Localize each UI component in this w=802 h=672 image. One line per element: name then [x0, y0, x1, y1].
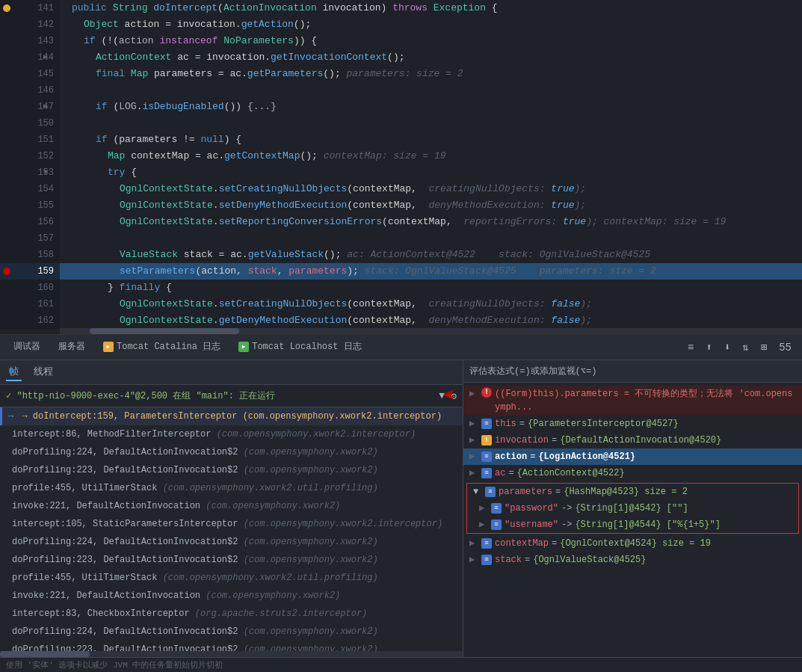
frames-scrollbar-thumb[interactable] — [0, 651, 90, 657]
code-line-145: 145 final Map parameters = ac.getParamet… — [0, 66, 802, 82]
var-name-invocation: invocation — [495, 434, 549, 447]
list-item[interactable]: profile:455, UtilTimerStack (com.opensym… — [0, 479, 463, 497]
editor-area: 141 public String doIntercept(ActionInvo… — [0, 0, 802, 335]
tab-server[interactable]: 服务器 — [51, 337, 93, 357]
expand-password[interactable]: ▶ — [479, 502, 490, 515]
list-item[interactable]: intercept:86, MethodFilterInterceptor (c… — [0, 425, 463, 443]
var-value-ac: {ActionContext@4522} — [517, 466, 625, 480]
editor-scrollbar-thumb[interactable] — [90, 328, 239, 334]
code-line-157: 157 — [0, 230, 802, 247]
var-icon-parameters: ≡ — [485, 487, 496, 497]
icon-down[interactable]: ⬇ — [720, 339, 735, 355]
var-icon-password: ≡ — [491, 503, 502, 514]
expand-this[interactable]: ▶ — [469, 417, 480, 431]
var-icon-ac: ≡ — [481, 468, 492, 478]
list-item[interactable]: doProfiling:224, DefaultActionInvocation… — [0, 443, 463, 461]
tab-debugger[interactable]: 调试器 — [6, 337, 48, 357]
var-password[interactable]: ▶ ≡ "password" -> {String[1]@4542} [""] — [467, 500, 798, 517]
tab-frames[interactable]: 帧 — [6, 363, 22, 381]
list-item[interactable]: profile:455, UtilTimerStack (com.opensym… — [0, 569, 463, 587]
expand-stack[interactable]: ▶ — [469, 553, 480, 567]
var-name-password: "password" — [505, 502, 558, 515]
fold-arrow-144[interactable]: ▶ — [43, 49, 48, 66]
list-item[interactable]: doProfiling:223, DefaultActionInvocation… — [0, 461, 463, 479]
var-icon-this: ≡ — [481, 419, 492, 429]
debug-toolbar-icons: ≡ ⬆ ⬇ ⇅ ⊞ 55 — [683, 339, 796, 355]
list-item[interactable]: intercept:105, StaticParametersIntercept… — [0, 515, 463, 533]
line-gutter-151: 151 — [0, 132, 60, 148]
tab-tomcat-catalina[interactable]: ▶ Tomcat Catalina 日志 — [96, 337, 228, 357]
line-gutter-146: 146 — [0, 82, 60, 99]
line-gutter-156: 156 — [0, 214, 60, 230]
code-line-146: 146 — [0, 82, 802, 99]
var-ac[interactable]: ▶ ≡ ac = {ActionContext@4522} — [463, 465, 802, 481]
error-item[interactable]: ▶ ! ((Form)this).parameters = 不可转换的类型；无法… — [463, 386, 802, 416]
icon-num[interactable]: 55 — [774, 340, 796, 355]
line-content-142: Object action = invocation.getAction(); — [60, 16, 802, 33]
tab-tomcat-catalina-label: Tomcat Catalina 日志 — [117, 340, 220, 353]
var-contextmap[interactable]: ▶ ≡ contextMap = {OgnlContext@4524} size… — [463, 535, 802, 552]
expand-invocation[interactable]: ▶ — [469, 434, 480, 447]
tab-tomcat-localhost[interactable]: ▶ Tomcat Localhost 日志 — [231, 337, 368, 357]
editor-scrollbar[interactable] — [60, 328, 802, 334]
breakpoint-141[interactable] — [3, 4, 10, 12]
expand-action[interactable]: ▶ — [469, 450, 480, 463]
var-icon-action: ≡ — [481, 451, 492, 462]
icon-grid[interactable]: ⊞ — [756, 339, 771, 355]
expand-parameters[interactable]: ▼ — [473, 485, 484, 499]
var-action[interactable]: ▶ ≡ action = {LoginAction@4521} — [463, 448, 802, 465]
active-frame[interactable]: → → doIntercept:159, ParametersIntercept… — [0, 407, 463, 425]
list-item[interactable]: doProfiling:223, DefaultActionInvocation… — [0, 641, 463, 651]
var-name-parameters: parameters — [499, 485, 552, 499]
var-name-action: action — [495, 450, 527, 463]
line-gutter-155: 155 — [0, 197, 60, 214]
list-item[interactable]: doProfiling:224, DefaultActionInvocation… — [0, 533, 463, 551]
list-item[interactable]: doProfiling:224, DefaultActionInvocation… — [0, 623, 463, 641]
line-content-146 — [60, 82, 802, 99]
expand-contextmap[interactable]: ▶ — [469, 537, 480, 550]
code-line-143: 143 if (!(action instanceof NoParameters… — [0, 33, 802, 49]
line-gutter-147: 147 ▶ — [0, 99, 60, 115]
var-value-contextmap: {OgnlContext@4524} size = 19 — [560, 537, 711, 550]
fold-arrow-153[interactable]: ▼ — [43, 164, 48, 181]
fold-arrow-147[interactable]: ▶ — [43, 99, 48, 115]
error-expand[interactable]: ▶ — [469, 387, 480, 401]
var-username[interactable]: ▶ ≡ "username" -> {String[1]@4544} ["%{1… — [467, 517, 798, 533]
var-this[interactable]: ▶ ≡ this = {ParametersInterceptor@4527} — [463, 416, 802, 432]
breakpoint-159[interactable] — [3, 268, 10, 275]
error-message: ((Form)this).parameters = 不可转换的类型；无法将 'c… — [495, 387, 796, 414]
line-gutter-154: 154 — [0, 181, 60, 197]
tab-tomcat-localhost-label: Tomcat Localhost 日志 — [252, 340, 361, 353]
debug-tab-bar: 调试器 服务器 ▶ Tomcat Catalina 日志 ▶ Tomcat Lo… — [0, 335, 802, 360]
expand-ac[interactable]: ▶ — [469, 466, 480, 480]
var-stack[interactable]: ▶ ≡ stack = {OgnlValueStack@4525} — [463, 552, 802, 568]
line-content-160: } finally { — [60, 280, 802, 296]
debug-panel: 调试器 服务器 ▶ Tomcat Catalina 日志 ▶ Tomcat Lo… — [0, 335, 802, 672]
tomcat-catalina-icon: ▶ — [103, 342, 114, 352]
expand-username[interactable]: ▶ — [479, 518, 490, 531]
code-line-141: 141 public String doIntercept(ActionInvo… — [0, 0, 802, 16]
var-name-username: "username" — [505, 518, 558, 531]
list-item[interactable]: invoke:221, DefaultActionInvocation (com… — [0, 587, 463, 605]
list-item[interactable]: intercept:83, CheckboxInterceptor (org.a… — [0, 605, 463, 623]
icon-updown[interactable]: ⇅ — [738, 339, 753, 355]
var-invocation[interactable]: ▶ ! invocation = {DefaultActionInvocatio… — [463, 432, 802, 448]
list-item[interactable]: invoke:221, DefaultActionInvocation (com… — [0, 497, 463, 515]
frame-list[interactable]: intercept:86, MethodFilterInterceptor (c… — [0, 425, 463, 651]
var-name-stack: stack — [495, 553, 522, 567]
line-content-158: ValueStack stack = ac.getValueStack(); a… — [60, 247, 802, 263]
tab-thread[interactable]: 线程 — [31, 363, 56, 381]
red-arrow: ➤ — [442, 382, 455, 410]
line-content-152: Map contextMap = ac.getContextMap(); con… — [60, 148, 802, 164]
line-gutter-157: 157 — [0, 230, 60, 247]
var-parameters[interactable]: ▼ ≡ parameters = {HashMap@4523} size = 2 — [467, 484, 798, 500]
frames-scrollbar[interactable] — [0, 651, 463, 657]
line-gutter-161: 161 — [0, 296, 60, 312]
icon-up[interactable]: ⬆ — [701, 339, 716, 355]
line-content-141: public String doIntercept(ActionInvocati… — [60, 0, 802, 16]
code-line-158: 158 ValueStack stack = ac.getValueStack(… — [0, 247, 802, 263]
icon-list[interactable]: ≡ — [683, 340, 698, 355]
line-gutter-145: 145 — [0, 66, 60, 82]
var-value-parameters: {HashMap@4523} size = 2 — [564, 485, 688, 499]
list-item[interactable]: doProfiling:223, DefaultActionInvocation… — [0, 551, 463, 569]
